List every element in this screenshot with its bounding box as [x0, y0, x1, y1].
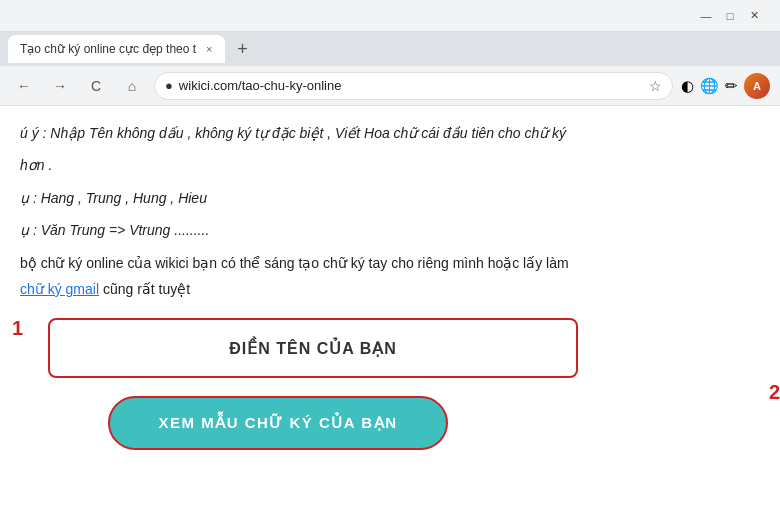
bookmark-icon[interactable]: ☆ — [649, 78, 662, 94]
close-button[interactable]: ✕ — [746, 8, 762, 24]
number-2-badge: 2 — [769, 382, 780, 402]
title-bar: — □ ✕ — [0, 0, 780, 32]
refresh-button[interactable]: C — [82, 72, 110, 100]
extensions-icon[interactable]: ✏ — [725, 77, 738, 95]
name-input-placeholder: ĐIỀN TÊN CỦA BẠN — [229, 336, 397, 362]
new-tab-button[interactable]: + — [229, 35, 257, 63]
example2-text: ụ : Văn Trung => Vtrung ......... — [20, 219, 760, 241]
view-signature-label: XEM MẪU CHỮ KÝ CỦA BẠN — [159, 411, 398, 435]
address-field[interactable]: ● wikici.com/tao-chu-ky-online ☆ — [154, 72, 673, 100]
right-icons: ◐ 🌐 ✏ A — [681, 73, 770, 99]
note-text: ú ý : Nhập Tên không dấu , không ký tự đ… — [20, 122, 760, 144]
tab-bar: Tạo chữ ký online cực đẹp theo t × + — [0, 32, 780, 66]
back-button[interactable]: ← — [10, 72, 38, 100]
note2-text: hơn . — [20, 154, 760, 176]
example1-text: ụ : Hang , Trung , Hung , Hieu — [20, 187, 760, 209]
tab-label: Tạo chữ ký online cực đẹp theo t — [20, 42, 196, 56]
dark-mode-icon[interactable]: ◐ — [681, 77, 694, 95]
url-text: wikici.com/tao-chu-ky-online — [179, 78, 643, 93]
number-1-badge: 1 — [12, 318, 23, 338]
section-1: 1 ĐIỀN TÊN CỦA BẠN — [20, 318, 760, 378]
desc2-text: chữ ký gmail cũng rất tuyệt — [20, 278, 760, 300]
desc1-text: bộ chữ ký online của wikici bạn có thể s… — [20, 252, 760, 274]
maximize-button[interactable]: □ — [722, 8, 738, 24]
gmail-link[interactable]: chữ ký gmail — [20, 281, 99, 297]
translate-icon[interactable]: 🌐 — [700, 77, 719, 95]
tab-close-button[interactable]: × — [206, 43, 212, 55]
minimize-button[interactable]: — — [698, 8, 714, 24]
window-controls: — □ ✕ — [698, 8, 762, 24]
active-tab[interactable]: Tạo chữ ký online cực đẹp theo t × — [8, 35, 225, 63]
view-signature-button[interactable]: XEM MẪU CHỮ KÝ CỦA BẠN — [108, 396, 448, 450]
section-2: XEM MẪU CHỮ KÝ CỦA BẠN 2 — [48, 396, 760, 450]
home-button[interactable]: ⌂ — [118, 72, 146, 100]
address-bar-row: ← → C ⌂ ● wikici.com/tao-chu-ky-online ☆… — [0, 66, 780, 106]
profile-avatar[interactable]: A — [744, 73, 770, 99]
main-content: ú ý : Nhập Tên không dấu , không ký tự đ… — [0, 106, 780, 466]
input-container: ĐIỀN TÊN CỦA BẠN — [48, 318, 760, 378]
name-input-box[interactable]: ĐIỀN TÊN CỦA BẠN — [48, 318, 578, 378]
forward-button[interactable]: → — [46, 72, 74, 100]
